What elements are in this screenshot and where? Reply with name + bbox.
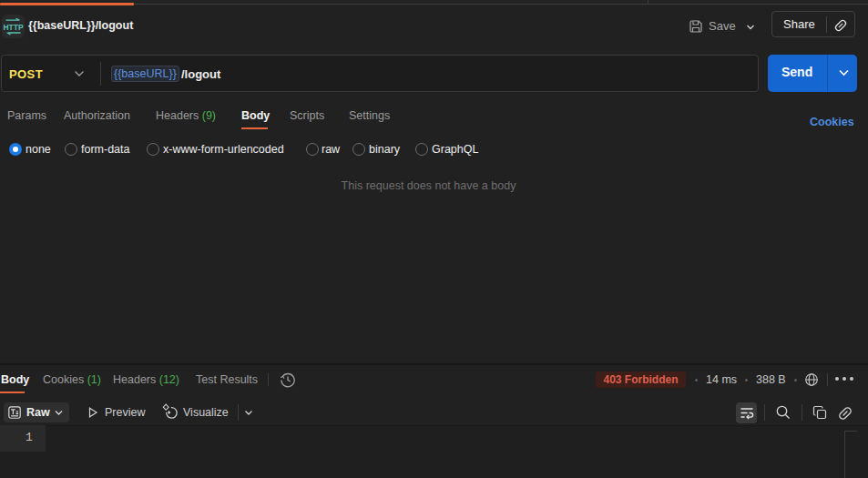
svg-text:HTTP: HTTP bbox=[3, 23, 24, 32]
